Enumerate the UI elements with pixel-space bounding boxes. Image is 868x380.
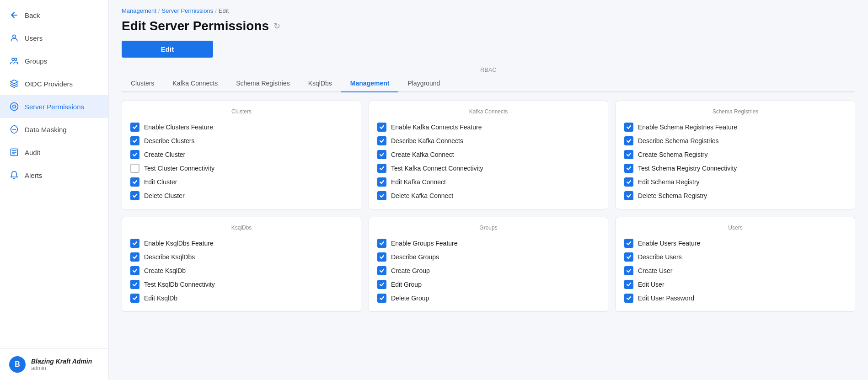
sidebar-item-server-permissions[interactable]: Server Permissions [0, 95, 108, 118]
oidc-icon [9, 79, 19, 89]
checkbox-checked[interactable] [624, 191, 633, 200]
perm-label: Describe Schema Registries [638, 137, 719, 145]
checkbox-checked[interactable] [377, 266, 386, 275]
perm-label: Test Kafka Connect Connectivity [391, 165, 483, 172]
checkbox-checked[interactable] [624, 150, 633, 159]
sidebar-item-groups-label: Groups [25, 57, 47, 65]
sidebar-item-back[interactable]: Back [0, 4, 108, 27]
rbac-label: RBAC [122, 67, 855, 73]
perm-item: Delete Kafka Connect [377, 189, 600, 203]
checkbox-checked[interactable] [130, 150, 139, 159]
perm-item: Test KsqlDb Connectivity [130, 278, 353, 291]
page-title-row: Edit Server Permissions ↻ [122, 19, 855, 33]
alerts-icon [9, 170, 19, 180]
rbac-section: RBAC ClustersKafka ConnectsSchema Regist… [122, 67, 855, 92]
sidebar-footer: B Blazing Kraft Admin admin [0, 348, 108, 380]
perm-label: Describe Clusters [144, 137, 194, 145]
avatar: B [9, 356, 26, 373]
sidebar-item-oidc[interactable]: OIDC Providers [0, 72, 108, 95]
breadcrumb-management[interactable]: Management [122, 7, 156, 14]
breadcrumb-server-permissions[interactable]: Server Permissions [162, 7, 214, 14]
perm-card-title: Clusters [130, 108, 353, 115]
checkbox-checked[interactable] [130, 191, 139, 200]
tab-ksqldbs[interactable]: KsqlDbs [299, 75, 341, 92]
svg-point-4 [13, 105, 16, 108]
perm-card-title: KsqlDbs [130, 225, 353, 231]
checkbox-checked[interactable] [377, 136, 386, 145]
checkbox-unchecked[interactable] [130, 164, 139, 173]
checkbox-checked[interactable] [377, 280, 386, 289]
svg-point-0 [13, 35, 16, 38]
checkbox-checked[interactable] [130, 177, 139, 187]
checkbox-checked[interactable] [130, 252, 139, 262]
perm-item: Edit User [624, 278, 847, 291]
edit-button[interactable]: Edit [122, 41, 213, 58]
perm-label: Describe Kafka Connects [391, 137, 463, 145]
checkbox-checked[interactable] [377, 294, 386, 303]
perm-label: Enable Clusters Feature [144, 123, 213, 131]
checkbox-checked[interactable] [130, 266, 139, 275]
checkbox-checked[interactable] [130, 239, 139, 248]
checkbox-checked[interactable] [130, 294, 139, 303]
main-content: Management / Server Permissions / Edit E… [109, 0, 868, 380]
checkbox-checked[interactable] [624, 266, 633, 275]
data-masking-icon [9, 124, 19, 134]
sidebar-item-users[interactable]: Users [0, 27, 108, 49]
perm-label: Create Group [391, 267, 430, 274]
perm-card-title: Kafka Connects [377, 108, 600, 115]
tab-playground[interactable]: Playground [398, 75, 449, 92]
sidebar-item-alerts[interactable]: Alerts [0, 164, 108, 187]
perm-item: Enable Kafka Connects Feature [377, 120, 600, 134]
tab-management[interactable]: Management [341, 75, 399, 92]
sidebar-item-audit[interactable]: Audit [0, 141, 108, 164]
perm-label: Edit User [638, 281, 664, 288]
checkbox-checked[interactable] [377, 164, 386, 173]
tab-schema-registries[interactable]: Schema Registries [227, 75, 299, 92]
perm-item: Describe Schema Registries [624, 134, 847, 148]
checkbox-checked[interactable] [377, 177, 386, 187]
perm-item: Enable Users Feature [624, 236, 847, 250]
checkbox-checked[interactable] [130, 123, 139, 132]
checkbox-checked[interactable] [624, 136, 633, 145]
perm-item: Test Kafka Connect Connectivity [377, 161, 600, 175]
checkbox-checked[interactable] [624, 164, 633, 173]
sidebar-item-groups[interactable]: Groups [0, 49, 108, 72]
perm-label: Describe Users [638, 253, 682, 261]
perm-label: Edit Kafka Connect [391, 178, 446, 186]
perm-item: Edit Schema Registry [624, 175, 847, 189]
sidebar-item-data-masking[interactable]: Data Masking [0, 118, 108, 141]
perm-label: Test Schema Registry Connectivity [638, 165, 737, 172]
refresh-icon[interactable]: ↻ [273, 21, 280, 31]
sidebar-item-data-masking-label: Data Masking [25, 126, 67, 134]
perm-item: Enable Schema Registries Feature [624, 120, 847, 134]
user-icon [9, 33, 19, 43]
checkbox-checked[interactable] [624, 123, 633, 132]
checkbox-checked[interactable] [624, 294, 633, 303]
sidebar-item-alerts-label: Alerts [25, 171, 42, 179]
perm-card-groups: GroupsEnable Groups FeatureDescribe Grou… [369, 217, 608, 312]
sidebar-item-server-permissions-label: Server Permissions [25, 103, 84, 111]
checkbox-checked[interactable] [130, 136, 139, 145]
perm-label: Test Cluster Connectivity [144, 165, 214, 172]
checkbox-checked[interactable] [624, 177, 633, 187]
perm-label: Delete Schema Registry [638, 192, 707, 199]
tab-clusters[interactable]: Clusters [122, 75, 163, 92]
perm-item: Describe Groups [377, 250, 600, 264]
sidebar-item-back-label: Back [25, 11, 40, 19]
perm-label: Create Schema Registry [638, 151, 708, 158]
checkbox-checked[interactable] [377, 252, 386, 262]
perm-item: Create Schema Registry [624, 148, 847, 161]
checkbox-checked[interactable] [130, 280, 139, 289]
checkbox-checked[interactable] [377, 239, 386, 248]
tab-kafka-connects[interactable]: Kafka Connects [163, 75, 227, 92]
checkbox-checked[interactable] [377, 150, 386, 159]
sidebar-item-users-label: Users [25, 34, 43, 42]
perm-label: Describe Groups [391, 253, 439, 261]
checkbox-checked[interactable] [624, 280, 633, 289]
checkbox-checked[interactable] [624, 239, 633, 248]
perm-label: Create User [638, 267, 672, 274]
perm-item: Create Kafka Connect [377, 148, 600, 161]
checkbox-checked[interactable] [377, 123, 386, 132]
checkbox-checked[interactable] [624, 252, 633, 262]
checkbox-checked[interactable] [377, 191, 386, 200]
